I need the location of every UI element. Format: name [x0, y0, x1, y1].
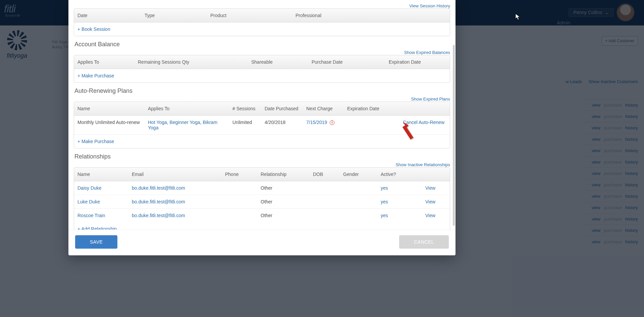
col-rel-name: Name — [74, 168, 128, 181]
balance-empty-row: + Make Purchase — [74, 69, 450, 82]
modal-scroll-area[interactable]: View Session History Date Type Product P… — [68, 0, 455, 230]
plan-applies-to-link[interactable]: Hot Yoga, Beginner Yoga, Bikram Yoga — [148, 120, 217, 130]
book-session-link[interactable]: + Book Session — [74, 22, 141, 36]
plan-expiration — [344, 116, 393, 134]
modal-footer: SAVE CANCEL — [68, 230, 455, 255]
alert-icon[interactable]: i — [330, 120, 334, 125]
relationships-table: Name Email Phone Relationship DOB Gender… — [74, 167, 450, 230]
relationship-dob — [310, 195, 340, 208]
col-rel-active: Active? — [377, 168, 411, 181]
relationships-table-head: Name Email Phone Relationship DOB Gender… — [74, 168, 450, 181]
col-rel-email: Email — [128, 168, 222, 181]
relationship-gender — [340, 209, 377, 222]
relationship-view-link[interactable]: View — [425, 199, 435, 204]
relationship-name-link[interactable]: Daisy Duke — [77, 185, 102, 191]
col-purchase-date: Purchase Date — [308, 55, 385, 69]
relationship-name-link[interactable]: Roscoe Train — [77, 213, 105, 218]
sessions-empty-row: + Book Session — [74, 22, 450, 36]
relationship-type: Other — [257, 209, 310, 222]
relationship-row: Daisy Dukebo.duke.fitli.test@fitli.comOt… — [74, 181, 450, 195]
col-shareable: Shareable — [248, 55, 308, 69]
col-plan-sessions: # Sessions — [229, 102, 261, 115]
relationship-gender — [340, 195, 377, 208]
plan-next-charge-link[interactable]: 7/15/2019 — [306, 120, 327, 125]
balance-table-head: Applies To Remaining Sessions Qty Sharea… — [74, 55, 450, 69]
col-type: Type — [141, 9, 207, 22]
scrollbar-thumb[interactable] — [453, 45, 455, 226]
plans-footer-row: + Make Purchase — [74, 135, 450, 148]
col-expiration: Expiration Date — [385, 55, 450, 69]
plan-row: Monthly Unlimited Auto-renew Hot Yoga, B… — [74, 116, 450, 135]
relationship-email-link[interactable]: bo.duke.fitli.test@fitli.com — [132, 199, 185, 204]
relationship-active-link[interactable]: yes — [381, 185, 388, 191]
relationships-title: Relationships — [74, 153, 450, 160]
col-remaining: Remaining Sessions Qty — [135, 55, 248, 69]
col-plan-name: Name — [74, 102, 145, 115]
relationship-view-link[interactable]: View — [425, 185, 435, 191]
col-professional: Professional — [292, 9, 450, 22]
plans-table: Name Applies To # Sessions Date Purchase… — [74, 102, 450, 148]
col-date: Date — [74, 9, 141, 22]
make-purchase-link[interactable]: + Make Purchase — [74, 69, 135, 82]
relationship-email-link[interactable]: bo.duke.fitli.test@fitli.com — [132, 213, 185, 218]
show-inactive-relationships-link[interactable]: Show Inactive Relationships — [395, 162, 450, 167]
col-product: Product — [207, 9, 292, 22]
sessions-table: Date Type Product Professional + Book Se… — [74, 8, 450, 36]
balance-table: Applies To Remaining Sessions Qty Sharea… — [74, 55, 450, 83]
relationship-phone — [222, 209, 257, 222]
relationship-row: Roscoe Trainbo.duke.fitli.test@fitli.com… — [74, 209, 450, 222]
cancel-auto-renew-link[interactable]: Cancel Auto-Renew — [403, 120, 444, 125]
col-rel-phone: Phone — [222, 168, 257, 181]
cancel-button[interactable]: CANCEL — [399, 235, 449, 249]
col-next-charge: Next Charge — [303, 102, 344, 115]
relationship-active-link[interactable]: yes — [381, 213, 388, 218]
relationship-row: Luke Dukebo.duke.fitli.test@fitli.comOth… — [74, 195, 450, 209]
add-relationship-link[interactable]: + Add Relationship — [74, 222, 120, 230]
relationship-active-link[interactable]: yes — [381, 199, 388, 204]
plan-sessions: Unlimited — [229, 116, 261, 134]
col-rel-dob: DOB — [310, 168, 340, 181]
relationship-type: Other — [257, 181, 310, 195]
relationship-view-link[interactable]: View — [425, 213, 435, 218]
relationship-type: Other — [257, 195, 310, 208]
plan-date-purchased: 4/20/2018 — [261, 116, 303, 134]
show-expired-plans-link[interactable]: Show Expired Plans — [411, 97, 450, 102]
save-button[interactable]: SAVE — [75, 235, 117, 249]
account-balance-title: Account Balance — [74, 41, 450, 48]
col-rel-gender: Gender — [340, 168, 377, 181]
col-plan-expiration: Expiration Date — [344, 102, 393, 115]
relationship-phone — [222, 195, 257, 208]
relationship-dob — [310, 181, 340, 195]
col-rel-relationship: Relationship — [257, 168, 310, 181]
relationship-name-link[interactable]: Luke Duke — [77, 199, 100, 204]
col-applies-to: Applies To — [74, 55, 135, 69]
relationship-gender — [340, 181, 377, 195]
col-plan-applies-to: Applies To — [145, 102, 229, 115]
view-session-history-link[interactable]: View Session History — [409, 3, 450, 8]
col-date-purchased: Date Purchased — [261, 102, 303, 115]
relationship-phone — [222, 181, 257, 195]
plans-make-purchase-link[interactable]: + Make Purchase — [74, 135, 145, 148]
auto-renewing-plans-title: Auto-Renewing Plans — [74, 87, 450, 94]
sessions-table-head: Date Type Product Professional — [74, 9, 450, 22]
show-expired-balances-link[interactable]: Show Expired Balances — [404, 50, 450, 55]
plan-name: Monthly Unlimited Auto-renew — [74, 116, 145, 134]
plans-table-head: Name Applies To # Sessions Date Purchase… — [74, 102, 450, 116]
customer-profile-modal: View Session History Date Type Product P… — [68, 0, 455, 255]
relationship-email-link[interactable]: bo.duke.fitli.test@fitli.com — [132, 185, 185, 191]
relationship-dob — [310, 209, 340, 222]
relationships-footer-row: + Add Relationship — [74, 222, 450, 230]
